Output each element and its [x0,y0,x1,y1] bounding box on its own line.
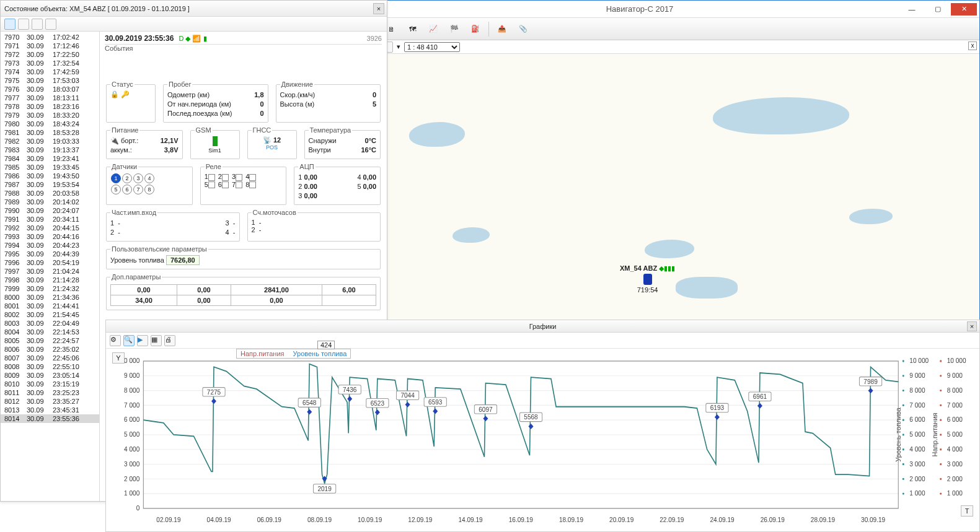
view-multi-icon[interactable] [45,19,56,30]
svg-text:26.09.19: 26.09.19 [761,516,785,524]
events-list[interactable]: 797030.0917:02:42797130.0917:12:46797230… [1,32,100,501]
sensor-6[interactable]: 6 [122,185,132,194]
event-row[interactable]: 800030.0921:34:36 [1,293,99,302]
dialog-close-icon[interactable]: × [373,3,384,14]
scale-select[interactable]: 1 : 48 410 [404,42,460,52]
relay-1[interactable] [208,174,215,181]
event-row[interactable]: 797030.0917:02:42 [1,33,99,41]
event-row[interactable]: 799130.0920:34:11 [1,215,99,224]
toolbar-icon-5[interactable]: ⛽ [467,21,483,37]
event-row[interactable]: 797430.0917:42:59 [1,68,99,76]
event-row[interactable]: 798430.0919:23:41 [1,154,99,163]
event-row[interactable]: 798530.0919:33:45 [1,163,99,172]
map-close-icon[interactable]: x [968,41,977,50]
event-row[interactable]: 800330.0922:04:49 [1,319,99,328]
event-row[interactable]: 800430.0922:14:53 [1,328,99,336]
chart-play-icon[interactable]: ▶ [137,335,148,346]
event-row[interactable]: 797130.0917:12:46 [1,41,99,50]
relay-7[interactable] [236,181,242,188]
event-row[interactable]: 799730.0921:04:24 [1,267,99,276]
relay-3[interactable] [236,174,242,181]
event-row[interactable]: 801330.0923:45:31 [1,406,99,414]
chart-settings-icon[interactable]: ⚙ [110,335,121,346]
t-axis-button[interactable]: T [961,505,973,517]
event-row[interactable]: 798830.0920:03:58 [1,189,99,198]
event-row[interactable]: 801430.0923:55:36 [1,414,99,423]
event-row[interactable]: 800230.0921:54:45 [1,310,99,319]
event-row[interactable]: 797530.0917:53:03 [1,76,99,85]
svg-text:9 000: 9 000 [909,372,925,380]
event-row[interactable]: 799030.0920:24:07 [1,206,99,215]
maximize-button[interactable]: ▢ [925,3,951,15]
event-row[interactable]: 799430.0920:44:23 [1,241,99,250]
event-row[interactable]: 801130.0923:25:23 [1,388,99,397]
view-list-icon[interactable] [4,19,15,30]
toolbar-export-icon[interactable]: 📤 [494,21,510,37]
chart-print-icon[interactable]: 🖨 [164,335,175,346]
sensor-3[interactable]: 3 [133,173,143,183]
chart-zoom-icon[interactable]: 🔍 [123,335,135,346]
y-axis-button[interactable]: Y [112,352,125,364]
svg-point-52 [940,448,942,450]
charts-close-icon[interactable]: × [967,321,977,331]
map-canvas[interactable]: XM_54 ABZ ◆▮▮▮ 719:54 [378,54,979,320]
event-row[interactable]: 798130.0918:53:28 [1,128,99,137]
relay-8[interactable] [249,181,256,188]
event-row[interactable]: 799330.0920:44:16 [1,232,99,241]
event-row[interactable]: 800930.0923:05:14 [1,371,99,380]
event-row[interactable]: 799230.0920:44:15 [1,224,99,232]
relay-6[interactable] [222,181,229,188]
event-row[interactable]: 801030.0923:15:19 [1,380,99,388]
toolbar-icon-3[interactable]: 📈 [425,21,441,37]
charts-titlebar[interactable]: Графики × [106,320,979,333]
sensor-5[interactable]: 5 [111,185,121,194]
toolbar-attach-icon[interactable]: 📎 [515,21,531,37]
event-row[interactable]: 800730.0922:45:06 [1,354,99,362]
event-row[interactable]: 800530.0922:24:57 [1,336,99,345]
view-report-icon[interactable] [18,19,29,30]
event-row[interactable]: 797230.0917:22:50 [1,50,99,59]
event-row[interactable]: 798930.0920:14:02 [1,198,99,206]
temp-label: Температура [309,126,353,134]
toolbar-icon-2[interactable]: 🗺 [404,21,420,37]
svg-point-62 [903,404,904,406]
chart-area[interactable]: Y T Напр.питания Уровень топлива 424 01 … [112,349,973,528]
event-row[interactable]: 797730.0918:13:11 [1,94,99,102]
event-row[interactable]: 798630.0919:43:50 [1,172,99,180]
chart-table-icon[interactable]: ▦ [151,335,162,346]
event-row[interactable]: 798230.0919:03:33 [1,137,99,146]
sensor-8[interactable]: 8 [144,185,154,194]
relay-4[interactable] [249,174,256,181]
event-row[interactable]: 798730.0919:53:54 [1,180,99,189]
event-row[interactable]: 797630.0918:03:07 [1,85,99,94]
event-row[interactable]: 797830.0918:23:16 [1,102,99,111]
event-row[interactable]: 800830.0922:55:10 [1,362,99,371]
event-row[interactable]: 797330.0917:32:54 [1,59,99,68]
toolbar-icon-4[interactable]: 🏁 [446,21,462,37]
navigator-titlebar[interactable]: Навигатор-С 2017 — ▢ ✕ [378,1,979,18]
event-row[interactable]: 799830.0921:14:28 [1,276,99,284]
event-row[interactable]: 801230.0923:35:27 [1,397,99,406]
event-row[interactable]: 799530.0920:44:39 [1,250,99,258]
event-row[interactable]: 799930.0921:24:32 [1,284,99,293]
fuel-level-label: Уровень топлива [110,256,164,264]
event-row[interactable]: 798330.0919:13:37 [1,146,99,154]
minimize-button[interactable]: — [899,3,925,15]
view-grid-icon[interactable] [32,19,43,30]
map-marker[interactable]: XM_54 ABZ ◆▮▮▮ 719:54 [620,264,675,294]
event-row[interactable]: 800630.0922:35:02 [1,345,99,354]
sensor-1[interactable]: 1 [111,173,121,183]
event-row[interactable]: 800130.0921:44:41 [1,302,99,310]
dialog-titlebar[interactable]: Состояние объекта: XM_54 ABZ [ 01.09.201… [1,1,387,17]
event-row[interactable]: 797930.0918:33:20 [1,111,99,120]
map-tool-dropdown-icon[interactable]: ▾ [397,43,400,51]
mileage-label: Пробег [167,81,192,88]
close-button[interactable]: ✕ [951,3,977,15]
sensor-7[interactable]: 7 [133,185,143,194]
relay-2[interactable] [222,174,229,181]
event-row[interactable]: 798030.0918:43:24 [1,120,99,128]
sensor-2[interactable]: 2 [122,173,132,183]
sensor-4[interactable]: 4 [144,173,154,183]
event-row[interactable]: 799630.0920:54:19 [1,258,99,267]
relay-5[interactable] [208,181,215,188]
